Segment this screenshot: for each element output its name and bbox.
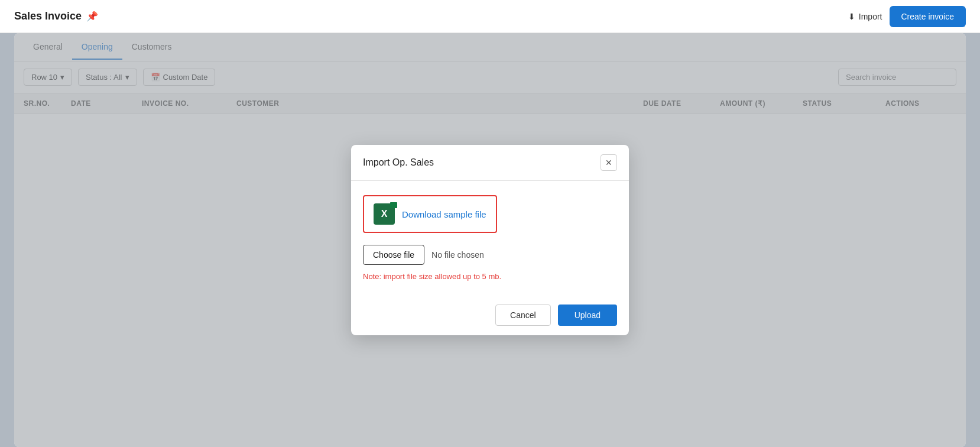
modal-overlay: Import Op. Sales ✕ X Download sample fil… [14, 33, 966, 447]
modal-close-button[interactable]: ✕ [601, 154, 617, 171]
choose-file-button[interactable]: Choose file [363, 245, 424, 265]
header-right: ⬇ Import Create invoice [848, 6, 966, 27]
upload-button[interactable]: Upload [558, 305, 617, 326]
create-invoice-button[interactable]: Create invoice [890, 6, 966, 27]
header-left: Sales Invoice 📌 [14, 10, 98, 22]
pin-icon: 📌 [86, 11, 98, 22]
excel-icon: X [374, 203, 395, 225]
file-chooser-row: Choose file No file chosen [363, 245, 617, 265]
cancel-button[interactable]: Cancel [495, 305, 551, 326]
content-card: General Opening Customers Row 10 ▾ Statu… [14, 33, 966, 447]
modal-footer: Cancel Upload [351, 295, 629, 335]
no-file-text: No file chosen [431, 250, 484, 260]
modal-body: X Download sample file Choose file No fi… [351, 181, 629, 295]
file-size-note: Note: import file size allowed up to 5 m… [363, 272, 617, 281]
modal-title: Import Op. Sales [363, 157, 434, 168]
main-area: General Opening Customers Row 10 ▾ Statu… [0, 33, 980, 447]
import-modal: Import Op. Sales ✕ X Download sample fil… [351, 145, 629, 335]
page-title: Sales Invoice [14, 10, 82, 22]
import-button[interactable]: ⬇ Import [848, 12, 882, 21]
download-text: Download sample file [402, 209, 486, 219]
modal-header: Import Op. Sales ✕ [351, 145, 629, 181]
download-sample-link[interactable]: X Download sample file [363, 195, 497, 233]
import-download-icon: ⬇ [848, 12, 855, 21]
top-header: Sales Invoice 📌 ⬇ Import Create invoice [0, 0, 980, 33]
